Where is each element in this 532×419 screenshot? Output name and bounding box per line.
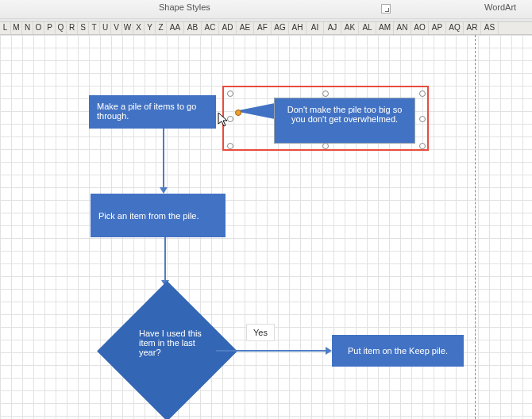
sel-handle-w[interactable] — [227, 116, 233, 122]
column-header-AH[interactable]: AH — [289, 22, 306, 34]
worksheet-canvas[interactable]: LMNOPQRSTUVWXYZAAABACADAEAFAGAHAIAJAKALA… — [0, 22, 532, 419]
column-header-AR[interactable]: AR — [464, 22, 481, 34]
column-header-AL[interactable]: AL — [359, 22, 376, 34]
yes-label[interactable]: Yes — [246, 324, 275, 341]
column-header-P[interactable]: P — [44, 22, 56, 34]
column-header-AM[interactable]: AM — [376, 22, 394, 34]
column-header-AA[interactable]: AA — [167, 22, 184, 34]
column-header-W[interactable]: W — [122, 22, 133, 34]
column-header-R[interactable]: R — [67, 22, 78, 34]
column-header-AF[interactable]: AF — [254, 22, 272, 34]
wordart-group-label: WordArt — [484, 2, 516, 12]
adjust-handle[interactable] — [235, 110, 241, 116]
column-header-AP[interactable]: AP — [429, 22, 446, 34]
sel-handle-se[interactable] — [419, 143, 426, 149]
sel-handle-s[interactable] — [322, 143, 329, 149]
column-header-Z[interactable]: Z — [156, 22, 167, 34]
arrow-yes-head — [326, 347, 332, 355]
flow-step-1-text: Make a pile of items to go through. — [97, 102, 208, 121]
column-headers[interactable]: LMNOPQRSTUVWXYZAAABACADAEAFAGAHAIAJAKALA… — [0, 22, 532, 35]
column-header-M[interactable]: M — [11, 22, 22, 34]
column-header-AK[interactable]: AK — [341, 22, 359, 34]
sel-handle-e[interactable] — [419, 116, 426, 122]
column-header-N[interactable]: N — [22, 22, 33, 34]
column-header-AG[interactable]: AG — [272, 22, 289, 34]
column-header-Y[interactable]: Y — [145, 22, 156, 34]
sel-handle-nw[interactable] — [227, 90, 233, 97]
column-header-X[interactable]: X — [133, 22, 145, 34]
column-header-V[interactable]: V — [111, 22, 122, 34]
ribbon: Shape Styles WordArt — [0, 0, 532, 19]
page-break-line — [475, 35, 476, 419]
arrow-1-2-head — [160, 187, 168, 194]
sel-handle-ne[interactable] — [419, 90, 426, 97]
column-header-Q[interactable]: Q — [56, 22, 67, 34]
arrow-yes — [216, 350, 326, 352]
column-header-AN[interactable]: AN — [394, 22, 411, 34]
shape-styles-group-label: Shape Styles — [159, 2, 210, 12]
flow-step-1[interactable]: Make a pile of items to go through. — [89, 95, 216, 129]
column-header-AD[interactable]: AD — [219, 22, 237, 34]
flow-keep[interactable]: Put item on the Keep pile. — [332, 335, 464, 367]
sel-handle-sw[interactable] — [227, 143, 233, 149]
column-header-AS[interactable]: AS — [481, 22, 499, 34]
column-header-AE[interactable]: AE — [237, 22, 254, 34]
column-header-AC[interactable]: AC — [202, 22, 219, 34]
column-header-T[interactable]: T — [89, 22, 100, 34]
column-header-O[interactable]: O — [33, 22, 44, 34]
column-header-AI[interactable]: AI — [306, 22, 324, 34]
sel-handle-n[interactable] — [322, 90, 329, 97]
column-header-S[interactable]: S — [78, 22, 89, 34]
flow-step-2[interactable]: Pick an item from the pile. — [91, 194, 226, 237]
arrow-1-2 — [163, 129, 164, 187]
column-header-AO[interactable]: AO — [411, 22, 429, 34]
column-header-U[interactable]: U — [100, 22, 111, 34]
column-header-AQ[interactable]: AQ — [446, 22, 464, 34]
flow-step-2-text: Pick an item from the pile. — [98, 211, 199, 221]
column-header-AB[interactable]: AB — [184, 22, 202, 34]
flow-keep-text: Put item on the Keep pile. — [348, 346, 448, 356]
arrow-2-3 — [164, 237, 166, 280]
yes-label-text: Yes — [253, 328, 268, 337]
column-header-AJ[interactable]: AJ — [324, 22, 341, 34]
column-header-L[interactable]: L — [0, 22, 11, 34]
dialog-launcher-icon[interactable] — [381, 4, 391, 13]
